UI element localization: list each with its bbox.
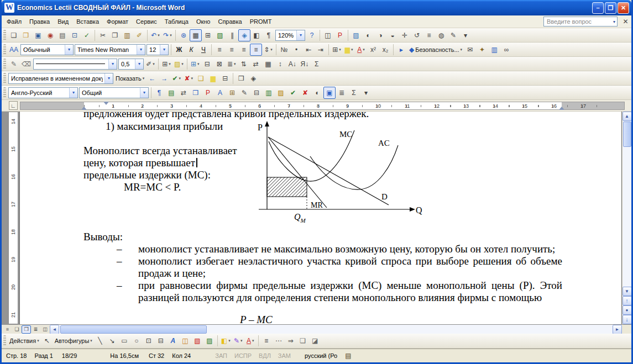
menu-file[interactable]: Файл (3, 16, 25, 27)
insert-table-menu-button[interactable]: ⊞▾ (189, 58, 201, 70)
reject-change-button[interactable]: ✘▾ (182, 72, 195, 85)
menu-promt[interactable]: PROMT (246, 16, 276, 27)
copy-button[interactable]: ❐ (109, 29, 121, 41)
template-combo[interactable]: Общий▾ (79, 87, 149, 98)
dropdown-arrow-icon[interactable]: ▾ (69, 88, 77, 98)
reading-layout-view-button[interactable]: ◫ (40, 325, 50, 334)
align-center-button[interactable]: ≡ (226, 44, 238, 56)
scroll-right-button[interactable]: ► (613, 325, 622, 334)
autoshapes-menu-button[interactable]: Автофигуры▾ (53, 335, 94, 347)
text-box-button[interactable]: ⊡ (143, 335, 155, 347)
reviewing-pane-button[interactable]: ⊟ (219, 72, 231, 85)
translation-memory-button[interactable]: ▨ (275, 87, 287, 99)
draw-table-button[interactable]: ✎ (8, 58, 20, 70)
menu-view[interactable]: Вид (54, 16, 72, 27)
electronic-dictionary-button[interactable]: ▥ (263, 87, 275, 99)
dash-style-button[interactable]: ⋯ (273, 335, 285, 347)
arrow-style-button[interactable]: ⇒ (285, 335, 297, 347)
menu-insert[interactable]: Вставка (72, 16, 103, 27)
sort-descending-button[interactable]: Я↓ (299, 58, 311, 70)
horizontal-scrollbar-track[interactable] (59, 325, 613, 334)
picture-line-style-button[interactable]: ≡ (423, 29, 435, 41)
document-page[interactable]: предложения будет представлена кривой пр… (19, 112, 622, 324)
toolbar-drag-handle[interactable] (3, 73, 6, 84)
insert-diagram-button[interactable]: ◫ (179, 335, 191, 347)
drawing-button[interactable]: ◈ (238, 29, 250, 41)
font-combo[interactable]: Times New Roman▾ (75, 44, 145, 55)
sort-ascending-button[interactable]: А↓ (286, 58, 299, 70)
insert-picture-button[interactable]: ▨ (350, 29, 362, 41)
help-button[interactable]: ? (306, 29, 318, 41)
reject-translation-button[interactable]: ✘ (299, 87, 311, 99)
crop-button[interactable]: ✛ (399, 29, 411, 41)
tools-button[interactable]: ✦ (476, 44, 488, 56)
dropdown-arrow-icon[interactable]: ▾ (613, 19, 615, 24)
toolbar-drag-handle[interactable] (3, 87, 6, 98)
autoscroll-button[interactable]: ∞ (500, 44, 512, 56)
outline-view-button[interactable]: ≣ (31, 325, 40, 334)
insert-wordart-button[interactable]: А (167, 335, 179, 347)
threed-style-button[interactable]: ◪ (309, 335, 321, 347)
ask-question-box[interactable]: Введите вопрос ▾ (543, 17, 618, 27)
translate-paragraph-button[interactable]: ¶ (153, 87, 165, 99)
open-button[interactable]: ❒ (20, 29, 32, 41)
highlight-review-button[interactable]: ▆ (207, 72, 219, 85)
horizontal-ruler[interactable]: 1234567891011121314151617 (20, 102, 625, 110)
italic-button[interactable]: К (185, 44, 197, 56)
toolbar-drag-handle[interactable] (3, 335, 6, 346)
more-buttons-button[interactable]: ▸ (395, 44, 407, 56)
autosum-button[interactable]: Σ (311, 58, 323, 70)
paste-button[interactable]: ▥ (121, 29, 133, 41)
dropdown-arrow-icon[interactable]: ▾ (140, 88, 148, 98)
first-line-indent-marker[interactable] (103, 102, 109, 108)
new-document-button[interactable]: ❏ (8, 29, 20, 41)
justify-button[interactable]: ≡ (250, 44, 262, 56)
menu-table[interactable]: Таблица (161, 16, 192, 27)
translation-direction-combo[interactable]: Англо-Русский▾ (8, 87, 78, 98)
insert-excel-worksheet-button[interactable]: ▧ (214, 29, 226, 41)
menu-edit[interactable]: Правка (25, 16, 54, 27)
translate-word-button[interactable]: А (214, 87, 226, 99)
document-map-button[interactable]: ◧ (250, 29, 263, 41)
oval-button[interactable]: ○ (130, 335, 143, 347)
font-size-combo[interactable]: 12▾ (147, 44, 169, 55)
toolbar-drag-handle[interactable] (3, 30, 6, 41)
zoom-combo[interactable]: 120%▾ (275, 30, 305, 41)
status-language[interactable]: русский (Ро (305, 352, 337, 359)
edit-dictionary-button[interactable]: ✎ (238, 87, 250, 99)
horizontal-scrollbar-thumb[interactable] (60, 325, 207, 334)
bold-button[interactable]: Ж (173, 44, 185, 56)
accept-change-button[interactable]: ✔▾ (170, 72, 182, 85)
status-mode-испр[interactable]: ИСПР (234, 352, 252, 359)
table-autoformat-button[interactable]: ▦ (262, 58, 274, 70)
statistics-button[interactable]: Σ (348, 87, 360, 99)
align-right-button[interactable]: ≡ (238, 44, 250, 56)
print-preview-button[interactable]: ⊡ (69, 29, 81, 41)
line-style-button[interactable]: ≡ (260, 335, 273, 347)
title-bar[interactable]: W Economics Lectii СВОДНЫЙ ФАЙЛ - Micros… (2, 0, 631, 15)
insert-table-button[interactable]: ⊞ (202, 29, 214, 41)
menu-format[interactable]: Формат (103, 16, 132, 27)
increase-indent-button[interactable]: ⇥ (315, 44, 327, 56)
toolbar-drag-handle[interactable] (3, 44, 6, 55)
dropdown-arrow-icon[interactable]: ▾ (137, 45, 145, 55)
superscript-button[interactable]: x² (367, 44, 379, 56)
columns-button[interactable]: ∥ (226, 29, 238, 41)
spelling-status-icon[interactable]: ▤ (345, 352, 351, 360)
align-left-button[interactable]: ≡ (213, 44, 226, 56)
cut-button[interactable]: ✂ (97, 29, 109, 41)
previous-change-button[interactable]: ← (146, 72, 158, 85)
dictionary-button[interactable]: ⊞ (226, 87, 238, 99)
promt-translate-button[interactable]: Р (334, 29, 346, 41)
web-layout-view-button[interactable]: ❏ (12, 325, 22, 334)
dropdown-arrow-icon[interactable]: ▾ (65, 45, 73, 55)
swap-direction-button[interactable]: ⇄ (177, 87, 190, 99)
promt-options-button[interactable]: ▣ (323, 87, 336, 99)
border-color-button[interactable]: ✐▾ (144, 58, 156, 70)
shading-color-button[interactable]: ▨▾ (172, 58, 185, 70)
show-formatting-marks-button[interactable]: ¶ (263, 29, 275, 41)
read-mode-button[interactable]: ◫ (322, 29, 334, 41)
distribute-rows-button[interactable]: ⇅ (238, 58, 250, 70)
word-list-button[interactable]: ≣ (336, 87, 348, 99)
redo-button[interactable]: ↷▾ (161, 29, 174, 41)
